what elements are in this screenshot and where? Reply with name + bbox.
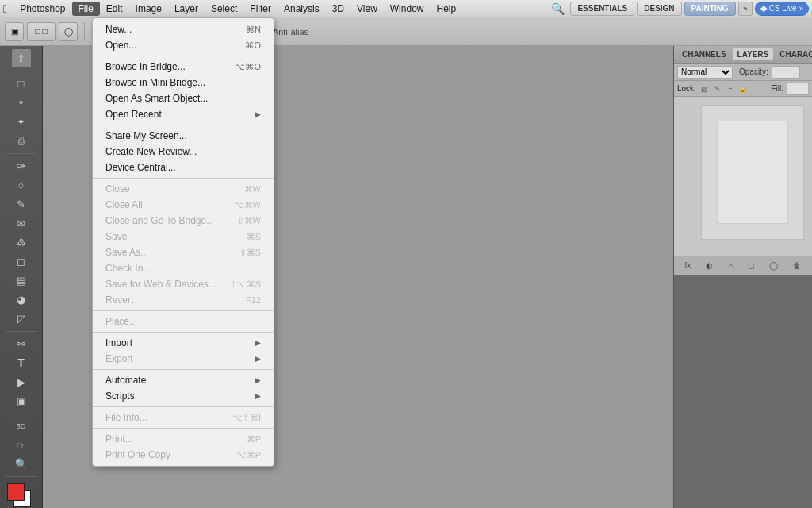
tool-option-btn2[interactable]: □ □ — [27, 22, 56, 41]
shape-tool[interactable]: ▣ — [12, 392, 31, 410]
menu-item-browse-bridge[interactable]: Browse in Bridge...⌥⌘O — [93, 59, 274, 75]
menu-item-open-smart[interactable]: Open As Smart Object... — [93, 90, 274, 106]
menu-select[interactable]: Select — [205, 2, 243, 16]
quick-select-tool[interactable]: ✦ — [12, 113, 31, 131]
menu-shortcut-print: ⌘P — [247, 434, 261, 444]
menu-layer[interactable]: Layer — [168, 2, 205, 16]
new-folder-btn[interactable]: ◻ — [746, 260, 756, 271]
essentials-workspace-btn[interactable]: ESSENTIALS — [570, 2, 634, 16]
lock-move-icon[interactable]: + — [725, 83, 736, 94]
new-adjustment-btn[interactable]: ○ — [726, 260, 734, 271]
history-brush-tool[interactable]: ♷ — [12, 233, 31, 252]
cs-live-btn[interactable]: ◆ CS Live » — [755, 2, 809, 16]
menu-separator — [93, 332, 274, 333]
new-layer-btn[interactable]: ◯ — [768, 260, 779, 271]
menu-item-import[interactable]: Import▶ — [93, 335, 274, 351]
move-tool[interactable]: ⇧ — [12, 49, 31, 67]
lock-all-icon[interactable]: 🔒 — [737, 83, 749, 94]
menu-separator — [93, 56, 274, 56]
menu-item-open[interactable]: Open...⌘O — [93, 37, 274, 53]
menu-item-close: Close⌘W — [93, 181, 274, 197]
pen-tool[interactable]: ⚯ — [12, 335, 31, 353]
apple-logo-icon[interactable]:  — [3, 2, 7, 15]
fill-label: Fill: — [771, 84, 783, 93]
menu-file[interactable]: File — [72, 2, 100, 16]
opacity-value-panel[interactable]: 1 — [772, 66, 800, 79]
blur-tool[interactable]: ◕ — [12, 291, 31, 309]
panel-tab-bar: CHANNELS LAYERS CHARACTER ☰ — [674, 46, 812, 64]
menu-item-file-info: File Info...⌥⇧⌘I — [93, 410, 274, 425]
gradient-tool[interactable]: ▤ — [12, 271, 31, 290]
layers-area — [674, 97, 812, 256]
menu-window[interactable]: Window — [384, 2, 431, 16]
menu-photoshop[interactable]: Photoshop — [13, 2, 71, 16]
fx-btn[interactable]: fx — [684, 260, 693, 271]
menu-shortcut-save-web: ⇧⌥⌘S — [229, 279, 261, 290]
menu-item-share-screen[interactable]: Share My Screen... — [93, 128, 274, 144]
menu-item-label-close-go-bridge: Close and Go To Bridge... — [105, 215, 214, 226]
tool-option-btn3[interactable]: ◯ — [59, 22, 78, 41]
layers-controls: Normal Opacity: 1 — [674, 64, 812, 81]
clone-tool[interactable]: ✉ — [12, 214, 31, 233]
menu-item-open-recent[interactable]: Open Recent▶ — [93, 106, 274, 122]
tool-option-btn1[interactable]: ▣ — [5, 22, 24, 41]
tool-divider1 — [6, 71, 37, 71]
color-swatches[interactable] — [7, 483, 36, 508]
menu-separator — [93, 178, 274, 179]
menu-item-export: Export▶ — [93, 351, 274, 367]
eyedropper-tool[interactable]: ⚩ — [12, 157, 31, 175]
type-tool[interactable]: T — [12, 354, 31, 372]
delete-layer-btn[interactable]: 🗑 — [791, 260, 802, 271]
tool-divider2 — [6, 153, 37, 154]
blend-mode-select[interactable]: Normal — [677, 66, 733, 79]
menu-item-create-review[interactable]: Create New Review... — [93, 144, 274, 160]
marquee-tool[interactable]: □ — [12, 75, 31, 93]
menu-item-label-save: Save — [105, 231, 127, 242]
lasso-tool[interactable]: ⚬ — [12, 94, 31, 112]
brush-tool[interactable]: ✎ — [12, 195, 31, 214]
design-workspace-btn[interactable]: DESIGN — [637, 2, 681, 16]
character-tab[interactable]: CHARACTER — [775, 48, 812, 60]
menu-help[interactable]: Help — [430, 2, 462, 16]
search-icon[interactable]: 🔍 — [551, 2, 565, 15]
menu-item-browse-mini[interactable]: Browse in Mini Bridge... — [93, 75, 274, 90]
layers-tab[interactable]: LAYERS — [733, 48, 774, 60]
menu-edit[interactable]: Edit — [100, 2, 129, 16]
path-tool[interactable]: ▶ — [12, 373, 31, 391]
menu-analysis[interactable]: Analysis — [278, 2, 326, 16]
menu-shortcut-open: ⌘O — [245, 40, 261, 51]
lock-row: Lock: ▧ ✎ + 🔒 Fill: 1 — [674, 81, 812, 97]
lock-image-icon[interactable]: ✎ — [712, 83, 723, 94]
opacity-label-panel: Opacity: — [739, 67, 768, 76]
menu-3d[interactable]: 3D — [326, 2, 350, 16]
menu-shortcut-browse-bridge: ⌥⌘O — [235, 62, 261, 72]
lock-transparent-icon[interactable]: ▧ — [699, 83, 710, 94]
channels-tab[interactable]: CHANNELS — [677, 48, 731, 60]
menu-item-automate[interactable]: Automate▶ — [93, 372, 274, 388]
menu-item-device-central[interactable]: Device Central... — [93, 160, 274, 175]
menu-item-check-in: Check In... — [93, 260, 274, 276]
menu-item-new[interactable]: New...⌘N — [93, 21, 274, 37]
menu-filter[interactable]: Filter — [243, 2, 278, 16]
foreground-color-swatch[interactable] — [7, 483, 25, 501]
dodge-tool[interactable]: ◸ — [12, 310, 31, 328]
menu-view[interactable]: View — [350, 2, 384, 16]
crop-tool[interactable]: ⎙ — [12, 132, 31, 150]
hand-tool[interactable]: ☞ — [12, 437, 31, 455]
painting-workspace-btn[interactable]: PAINTING — [684, 2, 736, 16]
zoom-tool[interactable]: 🔍 — [12, 456, 31, 474]
workspace-expand-btn[interactable]: » — [738, 2, 753, 16]
fill-value[interactable]: 1 — [787, 83, 809, 95]
menu-separator — [93, 406, 274, 407]
spot-heal-tool[interactable]: ○ — [12, 176, 31, 194]
3d-tool[interactable]: 3D — [12, 418, 31, 436]
menu-item-label-export: Export — [105, 353, 133, 364]
menu-item-close-go-bridge: Close and Go To Bridge...⇧⌘W — [93, 213, 274, 229]
layer-thumbnail[interactable] — [701, 105, 804, 240]
circle-half-btn[interactable]: ◐ — [704, 260, 714, 271]
menu-item-scripts[interactable]: Scripts▶ — [93, 388, 274, 404]
eraser-tool[interactable]: ◻ — [12, 252, 31, 271]
menu-separator — [93, 428, 274, 429]
menu-item-label-file-info: File Info... — [105, 412, 147, 423]
menu-image[interactable]: Image — [129, 2, 168, 16]
